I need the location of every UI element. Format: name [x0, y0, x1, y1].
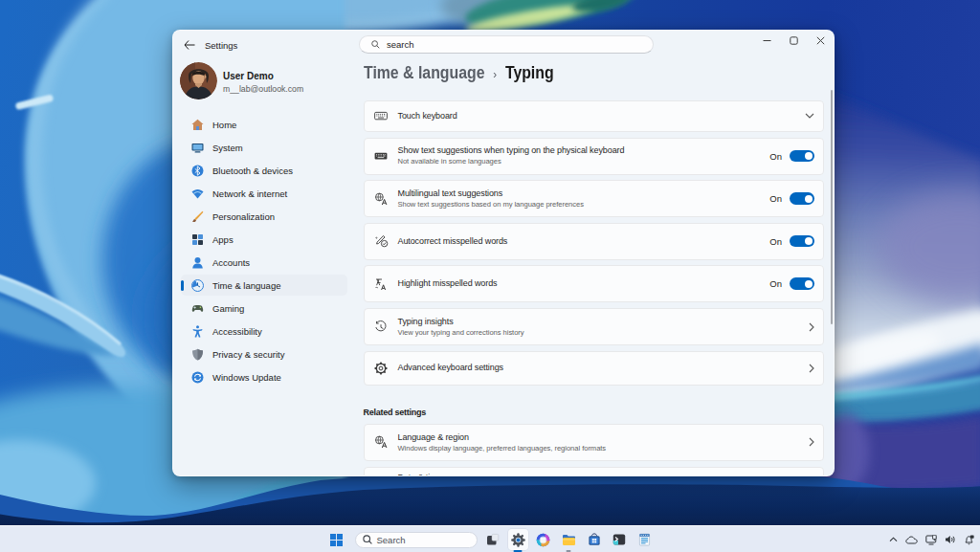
taskbar-file-explorer-app[interactable] [559, 529, 579, 550]
taskbar-settings-app[interactable] [508, 529, 528, 550]
card-typing-insights[interactable]: Typing insights View your typing and cor… [364, 308, 825, 345]
taskbar-notepad-app[interactable] [635, 529, 655, 550]
toggle-show-text-suggestions[interactable] [790, 150, 814, 163]
gaming-icon [190, 301, 204, 315]
breadcrumb-parent[interactable]: Time & language [364, 63, 484, 83]
selected-indicator [181, 280, 184, 291]
privacy-icon [190, 347, 204, 361]
taskbar: Search [0, 525, 980, 552]
sidebar-item-bluetooth-devices[interactable]: Bluetooth & devices [181, 160, 347, 181]
toggle-knob [805, 280, 813, 288]
toggle-knob [805, 237, 813, 245]
page-title: Typing [505, 63, 554, 83]
scrollbar[interactable] [831, 90, 833, 324]
taskbar-search[interactable]: Search [355, 532, 478, 548]
taskbar-copilot-app[interactable] [533, 529, 553, 550]
toggle-knob [805, 195, 813, 203]
card-text: Highlight misspelled words [398, 278, 770, 289]
autocorrect-icon [365, 234, 398, 248]
sidebar-item-home[interactable]: Home [181, 114, 347, 135]
language-region-icon [365, 435, 398, 449]
taskbar-app-group: Search [326, 526, 655, 552]
card-controls [805, 113, 814, 119]
tray-notifications-icon[interactable] [964, 535, 974, 545]
toggle-state-label: On [769, 278, 782, 289]
accounts-icon [190, 255, 204, 269]
card-date-time[interactable]: Date & time [364, 467, 825, 476]
search-icon [371, 40, 380, 49]
toggle-state-label: On [769, 151, 782, 162]
chevron-right-icon [809, 364, 814, 373]
task-view-button[interactable] [482, 529, 502, 550]
toggle-highlight-misspelled[interactable] [790, 277, 814, 290]
card-controls: On [769, 192, 814, 205]
sidebar-nav: Home System Bluetooth & devices Network … [181, 114, 347, 389]
wifi-icon [190, 187, 204, 200]
highlight-misspelled-icon [365, 277, 398, 291]
sidebar-item-gaming[interactable]: Gaming [181, 298, 347, 319]
minimize-button[interactable] [753, 31, 780, 51]
user-name: User Demo [223, 71, 274, 81]
home-icon [190, 118, 204, 131]
close-button[interactable] [807, 31, 834, 51]
tray-chevron-up-icon[interactable] [889, 537, 898, 542]
card-text: Autocorrect misspelled words [398, 236, 770, 247]
card-controls [809, 364, 814, 373]
related-settings-heading: Related settings [364, 408, 427, 417]
card-text: Show text suggestions when typing on the… [398, 145, 770, 166]
tray-volume-icon[interactable] [945, 535, 956, 544]
card-text: Touch keyboard [398, 111, 806, 121]
sidebar-item-system[interactable]: System [181, 137, 347, 158]
gear-icon [365, 362, 398, 375]
accessibility-icon [190, 324, 204, 338]
sidebar-item-network-internet[interactable]: Network & internet [181, 183, 347, 204]
sidebar-item-personalization[interactable]: Personalization [181, 206, 347, 227]
sidebar-item-accessibility[interactable]: Accessibility [181, 320, 347, 342]
window-title: Settings [205, 40, 237, 51]
card-controls: On [769, 150, 814, 163]
typing-insights-icon [365, 320, 398, 334]
taskbar-store-app[interactable] [584, 529, 604, 550]
system-icon [190, 141, 204, 154]
breadcrumb-separator: › [493, 67, 497, 81]
card-controls [809, 322, 814, 332]
tray-network-icon[interactable] [925, 535, 937, 545]
user-email: m__lab@outlook.com [223, 84, 303, 94]
start-button[interactable] [326, 529, 346, 550]
sidebar-item-privacy-security[interactable]: Privacy & security [181, 343, 347, 364]
physical-keyboard-icon [365, 149, 398, 163]
back-button[interactable] [182, 38, 197, 52]
card-text: Typing insights View your typing and cor… [398, 317, 810, 338]
sidebar-item-time-language[interactable]: Time & language [181, 275, 347, 296]
card-show-text-suggestions: Show text suggestions when typing on the… [364, 138, 825, 175]
card-text: Date & time [398, 468, 815, 476]
card-advanced-keyboard-settings[interactable]: Advanced keyboard settings [364, 351, 825, 386]
card-touch-keyboard[interactable]: Touch keyboard [364, 100, 825, 133]
toggle-state-label: On [769, 193, 782, 204]
multilingual-icon [365, 192, 398, 206]
card-controls: On [769, 235, 814, 248]
taskbar-terminal-app[interactable] [610, 529, 630, 550]
card-language-region[interactable]: Language & region Windows display langua… [364, 424, 825, 462]
chevron-right-icon [809, 437, 814, 447]
search-icon [363, 535, 372, 544]
card-multilingual-suggestions: Multilingual text suggestions Show text … [364, 180, 825, 217]
chevron-right-icon [809, 322, 814, 332]
maximize-button[interactable] [780, 31, 807, 51]
sidebar-item-accounts[interactable]: Accounts [181, 252, 347, 273]
toggle-autocorrect[interactable] [790, 235, 814, 248]
toggle-multilingual-suggestions[interactable] [790, 192, 814, 205]
sidebar-item-windows-update[interactable]: Windows Update [181, 366, 347, 387]
chevron-down-icon[interactable] [805, 113, 814, 119]
card-text: Language & region Windows display langua… [398, 432, 810, 453]
sidebar-item-apps[interactable]: Apps [181, 229, 347, 250]
search-placeholder: search [387, 39, 414, 50]
card-text: Multilingual text suggestions Show text … [398, 188, 770, 210]
bluetooth-icon [190, 164, 204, 177]
avatar[interactable] [180, 62, 217, 99]
breadcrumb: Time & language › Typing [364, 63, 554, 83]
toggle-knob [805, 152, 813, 160]
tray-onedrive-icon[interactable] [905, 536, 918, 544]
settings-search-input[interactable]: search [359, 35, 654, 54]
touch-keyboard-icon [365, 109, 398, 122]
